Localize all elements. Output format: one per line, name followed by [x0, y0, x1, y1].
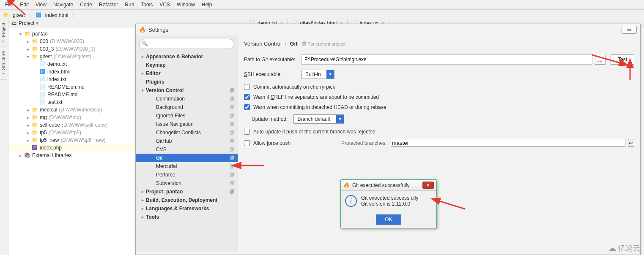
tree-row[interactable]: 📄test.txt	[8, 98, 135, 106]
tree-row[interactable]: ▸📁medical(D:\WWW\medical)	[8, 106, 135, 114]
settings-tree-item[interactable]: ▸Editor	[136, 69, 238, 78]
settings-tree-item[interactable]: ▸Tools	[136, 213, 238, 221]
item-label: Plugins	[146, 79, 164, 85]
git-path-input[interactable]	[301, 54, 592, 65]
settings-tree-item[interactable]: Ignored Files🗐	[136, 111, 238, 120]
label-crlf: Warn if CRLF line separators are about t…	[253, 94, 379, 100]
project-header: 🗂 Project ▾	[8, 19, 135, 28]
cb-crlf[interactable]	[244, 94, 250, 100]
settings-search-input[interactable]	[139, 39, 234, 49]
tree-row[interactable]: 📄demo.txt	[8, 60, 135, 68]
cb-force[interactable]	[244, 140, 250, 146]
popup-title: Git executed successfully	[352, 182, 409, 188]
tree-label: tp5	[40, 130, 47, 136]
tree-row[interactable]: 📄README.en.md	[8, 83, 135, 91]
copy-icon: 🗐	[230, 172, 234, 177]
tree-row[interactable]: ▸📁000(D:\WWW\000)	[8, 38, 135, 45]
tree-label: medical	[40, 107, 57, 113]
popup-title-bar: 🔥 Git executed successfully ✕	[341, 180, 436, 191]
menu-vcs[interactable]: VCS	[156, 1, 173, 8]
chevron-down-icon[interactable]: ▾	[36, 20, 38, 26]
row-crlf: Warn if CRLF line separators are about t…	[244, 94, 634, 100]
settings-tree-item[interactable]: Subversion🗐	[136, 179, 238, 187]
settings-tree-item[interactable]: Issue Navigation🗐	[136, 120, 238, 128]
menu-refactor[interactable]: Refactor	[96, 1, 121, 8]
menu-navigate[interactable]: Navigate	[50, 1, 77, 8]
browse-button[interactable]: ...	[595, 55, 606, 65]
settings-tree-item[interactable]: Plugins	[136, 78, 238, 86]
row-force: Allow force push Protected branches: ↩	[244, 139, 634, 147]
menu-view[interactable]: View	[32, 1, 50, 8]
close-button[interactable]: ✕	[422, 182, 434, 189]
settings-tree-item[interactable]: ▸Project: pantao🗐	[136, 187, 238, 196]
settings-tree-item[interactable]: Perforce🗐	[136, 171, 238, 179]
protected-input[interactable]	[391, 139, 625, 147]
test-button[interactable]: Test	[611, 54, 634, 65]
cb-autoupdate[interactable]	[244, 129, 250, 135]
label-update: Update method:	[252, 116, 288, 122]
tree-row[interactable]: 🅷index.html	[8, 68, 135, 76]
ssh-combo[interactable]: Built-in ▼	[301, 70, 334, 79]
tree-row[interactable]: 📄README.md	[8, 91, 135, 98]
settings-tree-item[interactable]: ▾Version Control🗐	[136, 86, 238, 95]
tree-row[interactable]: 🅿index.php	[8, 144, 135, 152]
menu-help[interactable]: Help	[198, 1, 216, 8]
item-label: Changelist Conflicts	[156, 130, 201, 136]
tree-row[interactable]: ▾📁pantao	[8, 30, 135, 38]
settings-tree-item[interactable]: ▸Languages & Frameworks	[136, 204, 238, 213]
cb-detached[interactable]	[244, 104, 250, 110]
copy-icon: 🗐	[230, 130, 234, 135]
maximize-button[interactable]: ▭	[622, 26, 637, 34]
tree-row[interactable]: ▾📁gitest(D:\WWW\gitest)	[8, 53, 135, 60]
tree-hint: (D:\WWW\000)	[50, 38, 84, 44]
settings-tree-item[interactable]: Background🗐	[136, 103, 238, 111]
ok-button[interactable]: OK	[376, 214, 401, 225]
item-label: Confirmation	[156, 96, 185, 102]
menu-edit[interactable]: Edit	[16, 1, 32, 8]
menu-file[interactable]: File	[2, 1, 16, 8]
tree-row[interactable]: ▸📁tp5_new(D:\WWW\tp5_new)	[8, 136, 135, 144]
update-combo[interactable]: Branch default ▼	[293, 114, 344, 124]
label-detached: Warn when committing in detached HEAD or…	[253, 104, 386, 110]
tree-row[interactable]: ▸📁tp5(D:\WWW\tp5)	[8, 129, 135, 136]
tree-row[interactable]: ▸📚External Libraries	[8, 152, 135, 159]
item-label: Mercurial	[156, 163, 177, 169]
popup-line1: Git executed successfully	[361, 195, 418, 201]
info-icon: i	[345, 195, 357, 207]
cb-cherry[interactable]	[244, 84, 250, 90]
tree-label: test.txt	[47, 99, 62, 105]
settings-tree-item[interactable]: ▸Appearance & Behavior	[136, 52, 238, 61]
copy-icon: 🗐	[230, 138, 234, 144]
crumb-root[interactable]: 📁 gitest	[3, 12, 27, 18]
tree-row[interactable]: ▸📁mg(D:\WWW\mg)	[8, 114, 135, 121]
menu-tools[interactable]: Tools	[137, 1, 156, 8]
tree-label: README.en.md	[47, 84, 85, 90]
side-tab-structure[interactable]: 7: Structure	[0, 47, 7, 80]
tree-row[interactable]: ▸📁000_3(D:\WWW\000_3)	[8, 45, 135, 53]
settings-icon: 🔥	[139, 27, 146, 33]
side-tab-project[interactable]: 1: Project	[0, 19, 7, 47]
search-icon: 🔍	[142, 41, 148, 46]
settings-tree-item[interactable]: GitHub🗐	[136, 137, 238, 145]
settings-tree-item[interactable]: Mercurial🗐	[136, 162, 238, 171]
settings-tree-item[interactable]: Confirmation🗐	[136, 95, 238, 103]
item-label: Ignored Files	[156, 113, 185, 119]
settings-tree-item[interactable]: Changelist Conflicts🗐	[136, 128, 238, 137]
settings-tree-item[interactable]: CVS🗐	[136, 145, 238, 154]
crumb-file[interactable]: 🅷 index.html	[35, 12, 70, 18]
tree-row[interactable]: ▸📁sell-cube(D:\WWW\sell-cube)	[8, 121, 135, 129]
menu-code[interactable]: Code	[77, 1, 96, 8]
settings-tree-item[interactable]: ▸Build, Execution, Deployment	[136, 196, 238, 204]
menubar: FileEditViewNavigateCodeRefactorRunTools…	[0, 0, 644, 10]
project-header-label: Project	[19, 20, 34, 26]
tree-label: pantao	[32, 31, 48, 37]
menu-run[interactable]: Run	[121, 1, 137, 8]
tree-row[interactable]: 📄index.txt	[8, 76, 135, 83]
settings-tree-item[interactable]: Git🗐	[136, 154, 238, 162]
menu-window[interactable]: Window	[173, 1, 198, 8]
history-button[interactable]: ↩	[628, 139, 634, 147]
watermark: ☁亿速云	[608, 243, 641, 253]
settings-tree-item[interactable]: Keymap	[136, 61, 238, 69]
popup-footer: OK	[341, 211, 436, 228]
chevron-down-icon: ▼	[336, 115, 344, 123]
